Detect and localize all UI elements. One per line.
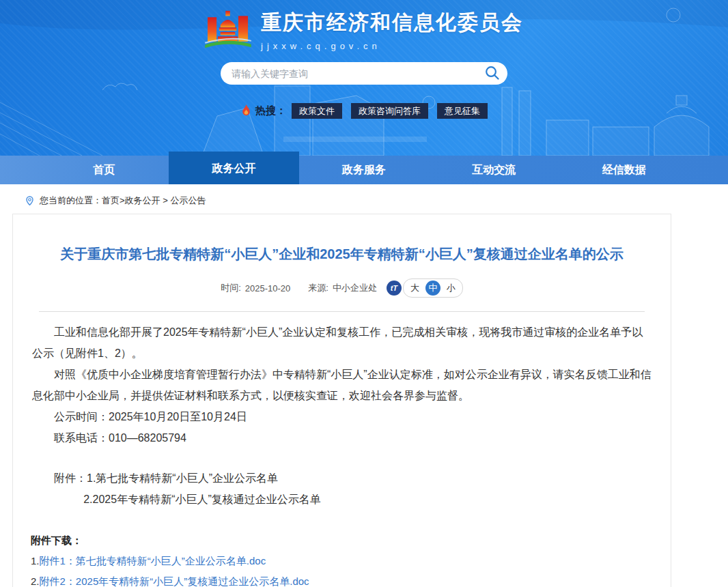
search-bar	[221, 62, 507, 85]
nav-item-home[interactable]: 首页	[39, 156, 169, 184]
hot-tag-opinions[interactable]: 意见征集	[437, 103, 488, 119]
font-size-medium[interactable]: 中	[425, 281, 440, 296]
attachment-index: 1.	[31, 555, 40, 567]
nav-item-data[interactable]: 经信数据	[559, 156, 689, 184]
hot-search-label: 热搜：	[255, 104, 286, 117]
paragraph-annex-2: 2.2025年专精特新“小巨人”复核通过企业公示名单	[32, 489, 652, 510]
attachments-section: 附件下载： 1.附件1：第七批专精特新“小巨人”企业公示名单.doc 2.附件2…	[31, 530, 653, 587]
attachment-row: 1.附件1：第七批专精特新“小巨人”企业公示名单.doc	[31, 551, 653, 571]
paragraph-publicity-period: 公示时间：2025年10月20日至10月24日	[32, 406, 652, 427]
attachment-row: 2.附件2：2025年专精特新“小巨人”复核通过企业公示名单.doc	[31, 571, 653, 587]
breadcrumb: 您当前的位置： 首页>政务公开 > 公示公告	[0, 184, 728, 214]
font-resize-icon[interactable]: tT	[387, 281, 402, 296]
meta-time-value: 2025-10-20	[245, 283, 291, 294]
flame-icon	[240, 104, 252, 117]
article-body: 工业和信息化部开展了2025年专精特新“小巨人”企业认定和复核工作，已完成相关审…	[31, 321, 653, 510]
article-card: 关于重庆市第七批专精特新“小巨人”企业和2025年专精特新“小巨人”复核通过企业…	[12, 214, 671, 587]
location-pin-icon	[25, 195, 35, 207]
attachment-link-2[interactable]: 附件2：2025年专精特新“小巨人”复核通过企业公示名单.doc	[40, 575, 309, 587]
meta-divider	[39, 311, 645, 312]
meta-time-label: 时间:	[221, 282, 241, 294]
hot-tag-policy-docs[interactable]: 政策文件	[292, 103, 342, 119]
font-size-large[interactable]: 大	[410, 282, 419, 294]
article-meta: 时间: 2025-10-20 来源: 中小企业处 tT 大 中 小	[31, 278, 653, 298]
search-icon	[485, 66, 500, 81]
font-size-switcher: 大 中 小	[403, 278, 463, 298]
meta-source-value: 中小企业处	[333, 282, 377, 294]
nav-item-interaction[interactable]: 互动交流	[429, 156, 559, 184]
font-size-small[interactable]: 小	[447, 282, 456, 294]
paragraph-annex-1: 附件：1.第七批专精特新“小巨人”企业公示名单	[32, 468, 652, 489]
search-button[interactable]	[484, 66, 501, 82]
paragraph-intro: 工业和信息化部开展了2025年专精特新“小巨人”企业认定和复核工作，已完成相关审…	[32, 321, 652, 364]
hot-tag-policy-qa[interactable]: 政策咨询问答库	[351, 103, 428, 119]
main-nav: 首页 政务公开 政务服务 互动交流 经信数据	[0, 156, 728, 184]
site-name: 重庆市经济和信息化委员会	[261, 9, 523, 37]
paragraph-supervision: 对照《优质中小企业梯度培育管理暂行办法》中专精特新“小巨人”企业认定标准，如对公…	[32, 364, 652, 406]
site-url: jjxxw.cq.gov.cn	[261, 41, 523, 51]
attachment-index: 2.	[31, 575, 40, 587]
article-title: 关于重庆市第七批专精特新“小巨人”企业和2025年专精特新“小巨人”复核通过企业…	[31, 214, 653, 263]
paragraph-contact-phone: 联系电话：010—68205794	[32, 427, 652, 448]
attachment-link-1[interactable]: 附件1：第七批专精特新“小巨人”企业公示名单.doc	[40, 555, 266, 567]
attachments-heading: 附件下载：	[31, 530, 653, 551]
nav-item-gov-services[interactable]: 政务服务	[299, 156, 429, 184]
breadcrumb-path[interactable]: 首页>政务公开 > 公示公告	[102, 195, 206, 207]
hot-search-row: 热搜： 政策文件 政策咨询问答库 意见征集	[0, 103, 728, 119]
search-input[interactable]	[221, 62, 507, 85]
meta-source-label: 来源:	[308, 282, 328, 294]
site-banner: 重庆市经济和信息化委员会 jjxxw.cq.gov.cn 热搜： 政策文件 政策…	[0, 0, 728, 156]
nav-item-gov-info[interactable]: 政务公开	[169, 152, 298, 184]
breadcrumb-prefix: 您当前的位置：	[40, 195, 102, 207]
site-logo[interactable]: 重庆市经济和信息化委员会 jjxxw.cq.gov.cn	[0, 0, 728, 51]
site-logo-icon	[205, 10, 251, 51]
